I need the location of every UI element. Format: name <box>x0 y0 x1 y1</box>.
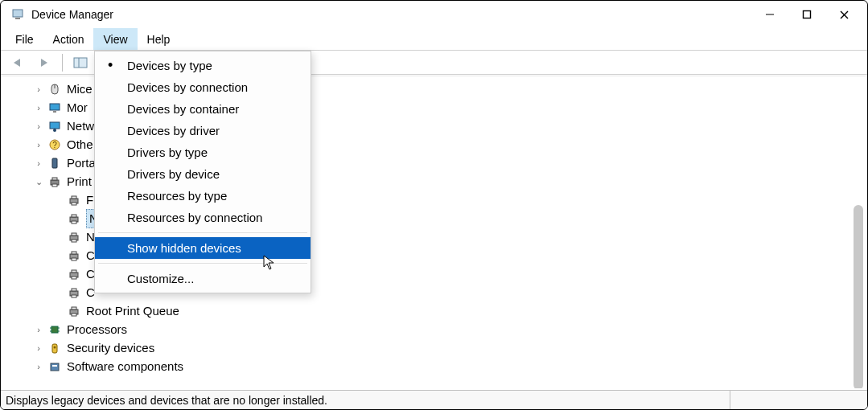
menuitem-show-hidden-devices[interactable]: Show hidden devices <box>95 237 311 259</box>
svg-rect-24 <box>72 215 76 217</box>
menuitem-drivers-by-type[interactable]: Drivers by type <box>95 141 311 163</box>
svg-rect-27 <box>72 233 76 236</box>
tree-item-label: F <box>86 191 93 209</box>
svg-rect-18 <box>52 178 57 180</box>
svg-rect-40 <box>72 314 76 316</box>
svg-rect-22 <box>72 203 76 205</box>
svg-point-13 <box>53 129 56 132</box>
collapse-icon[interactable]: ⌄ <box>33 173 44 191</box>
security-icon <box>47 341 62 355</box>
printer-icon <box>67 193 81 207</box>
tree-category[interactable]: ›Processors <box>17 320 849 338</box>
monitor-icon <box>47 100 62 115</box>
tree-item-label: Mor <box>67 99 88 117</box>
menuitem-resources-by-connection[interactable]: Resources by connection <box>95 207 311 228</box>
svg-rect-21 <box>72 196 76 199</box>
svg-rect-25 <box>72 221 76 223</box>
tree-item-label: Netw <box>67 117 94 135</box>
expand-icon[interactable]: › <box>33 321 44 338</box>
svg-rect-48 <box>51 363 59 371</box>
dropdown-separator <box>98 232 307 233</box>
svg-rect-6 <box>74 58 87 68</box>
menu-view[interactable]: View <box>93 28 137 50</box>
svg-rect-0 <box>13 10 23 17</box>
cpu-icon <box>47 322 62 337</box>
other-icon: ? <box>47 137 62 152</box>
tree-item-label: Mice <box>67 80 93 98</box>
toolbar-separator <box>62 54 63 72</box>
tree-item-label: Software components <box>67 358 183 375</box>
tree-item-label: Print <box>67 173 92 191</box>
svg-rect-49 <box>52 365 57 367</box>
svg-rect-41 <box>51 326 58 333</box>
tree-item-label: Processors <box>67 321 127 338</box>
show-hide-console-button[interactable] <box>69 53 92 72</box>
svg-rect-19 <box>52 184 57 187</box>
tree-item-label: Othe <box>67 136 93 154</box>
status-text: Displays legacy devices and devices that… <box>6 394 327 407</box>
mouse-icon <box>47 82 62 96</box>
menu-action[interactable]: Action <box>43 28 94 50</box>
vertical-scrollbar[interactable] <box>854 205 863 388</box>
expand-icon[interactable]: › <box>33 99 44 117</box>
tree-device[interactable]: Root Print Queue <box>17 301 849 320</box>
expand-icon[interactable]: › <box>33 358 44 375</box>
menubar: File Action View Help <box>1 28 867 51</box>
printer-icon <box>67 267 81 281</box>
menuitem-devices-by-connection[interactable]: Devices by connection <box>95 76 311 98</box>
menu-help[interactable]: Help <box>138 28 180 50</box>
tree-category[interactable]: ›Security devices <box>17 338 849 357</box>
svg-rect-10 <box>50 104 60 110</box>
menuitem-devices-by-driver[interactable]: Devices by driver <box>95 120 311 141</box>
svg-rect-28 <box>72 240 76 242</box>
menuitem-devices-by-container[interactable]: Devices by container <box>95 98 311 120</box>
svg-rect-33 <box>72 270 76 273</box>
tree-category[interactable]: ›Software components <box>17 357 849 375</box>
expand-icon[interactable]: › <box>33 80 44 98</box>
close-button[interactable] <box>825 2 862 27</box>
svg-rect-30 <box>72 252 76 254</box>
svg-point-47 <box>54 346 56 348</box>
svg-text:?: ? <box>52 141 57 150</box>
printer-icon <box>67 285 81 300</box>
svg-rect-31 <box>72 258 76 260</box>
menuitem-drivers-by-device[interactable]: Drivers by device <box>95 163 311 185</box>
svg-rect-34 <box>72 277 76 279</box>
menuitem-resources-by-type[interactable]: Resources by type <box>95 185 311 207</box>
minimize-button[interactable] <box>751 2 788 27</box>
printer-cat-icon <box>47 174 62 189</box>
svg-rect-3 <box>804 11 811 18</box>
expand-icon[interactable]: › <box>33 339 44 357</box>
menu-file[interactable]: File <box>6 28 43 50</box>
expand-icon[interactable]: › <box>33 154 44 172</box>
svg-rect-12 <box>50 122 60 129</box>
view-dropdown: Devices by type Devices by connection De… <box>94 51 311 293</box>
expand-icon[interactable]: › <box>33 117 44 135</box>
statusbar: Displays legacy devices and devices that… <box>1 390 867 409</box>
svg-rect-11 <box>53 111 56 113</box>
dropdown-separator <box>98 263 307 264</box>
tree-item-label: Porta <box>67 154 96 172</box>
printer-icon <box>67 304 81 318</box>
tree-item-label: Security devices <box>67 339 154 357</box>
svg-rect-37 <box>72 295 76 297</box>
svg-rect-39 <box>72 307 76 310</box>
nav-back-button[interactable] <box>6 53 28 72</box>
printer-icon <box>67 211 81 226</box>
printer-icon <box>67 248 81 263</box>
svg-rect-1 <box>15 18 20 19</box>
expand-icon[interactable]: › <box>33 136 44 154</box>
nav-forward-button[interactable] <box>33 53 56 72</box>
statusbar-separator <box>730 391 730 409</box>
software-icon <box>47 359 62 374</box>
printer-icon <box>67 230 81 244</box>
menuitem-devices-by-type[interactable]: Devices by type <box>95 55 311 76</box>
tree-item-label: Root Print Queue <box>86 302 179 320</box>
network-icon <box>47 119 62 133</box>
menuitem-customize[interactable]: Customize... <box>95 268 311 289</box>
titlebar: Device Manager <box>1 1 867 28</box>
svg-rect-36 <box>72 289 76 291</box>
maximize-button[interactable] <box>788 2 825 27</box>
portable-icon <box>47 156 62 170</box>
svg-rect-16 <box>52 158 57 168</box>
